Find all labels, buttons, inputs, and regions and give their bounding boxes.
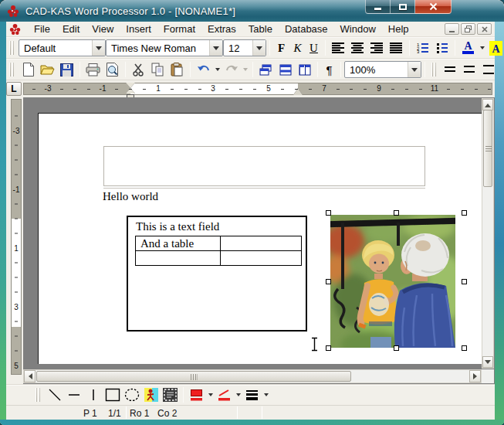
text-field-label[interactable]: This is a text field (136, 220, 219, 233)
print-preview-button[interactable] (103, 60, 122, 79)
scroll-down-button[interactable] (482, 356, 493, 368)
inserted-photo[interactable] (330, 215, 455, 348)
tile-horizontal-button[interactable] (276, 60, 295, 79)
mdi-minimize-button[interactable] (445, 23, 459, 35)
bullet-list-button[interactable] (432, 39, 452, 57)
style-combobox[interactable]: Default (19, 39, 106, 56)
draw-rectangle-button[interactable] (103, 386, 122, 404)
save-button[interactable] (57, 60, 76, 79)
font-size-dropdown-arrow[interactable] (252, 40, 266, 56)
bold-button[interactable]: F (273, 39, 289, 57)
vertical-scrollbar[interactable] (482, 98, 494, 369)
menu-view[interactable]: View (86, 22, 120, 36)
cut-button[interactable] (129, 60, 148, 79)
horizontal-ruler[interactable]: -3-11357911 (23, 83, 492, 95)
vertical-ruler[interactable]: -3-1135 (11, 99, 22, 375)
resize-handle-n[interactable] (394, 210, 399, 216)
highlight-color-button[interactable]: A (486, 39, 504, 57)
tile-vertical-button[interactable] (295, 60, 314, 79)
cascade-windows-button[interactable] (256, 60, 276, 79)
horizontal-scroll-thumb[interactable] (36, 371, 351, 382)
indent-marker[interactable] (125, 83, 136, 99)
insert-text-frame-button[interactable] (161, 386, 180, 404)
table-cell[interactable] (220, 236, 301, 251)
menu-edit[interactable]: Edit (56, 22, 86, 36)
align-left-button[interactable] (329, 39, 348, 57)
redo-dropdown[interactable] (241, 60, 249, 79)
toolbar-grip[interactable] (9, 63, 14, 76)
undo-button[interactable] (194, 60, 213, 79)
font-color-button[interactable]: A (458, 39, 478, 57)
open-file-button[interactable] (38, 60, 57, 79)
empty-paragraph-frame[interactable] (103, 146, 425, 186)
resize-handle-s[interactable] (394, 345, 399, 351)
numbered-list-button[interactable]: 123 (413, 39, 432, 57)
align-center-button[interactable] (348, 39, 367, 57)
print-button[interactable] (83, 60, 103, 79)
mdi-close-button[interactable] (477, 23, 492, 35)
line-spacing-1-button[interactable] (441, 60, 460, 79)
menu-window[interactable]: Window (334, 22, 382, 36)
font-combobox[interactable]: Times New Roman (106, 39, 223, 56)
fill-color-button[interactable] (187, 386, 206, 404)
line-color-button[interactable] (215, 386, 234, 404)
zoom-dropdown-arrow[interactable] (408, 62, 421, 77)
zoom-combobox[interactable]: 100% (344, 61, 421, 78)
align-right-button[interactable] (367, 39, 387, 57)
draw-line-button[interactable] (45, 386, 64, 404)
resize-handle-sw[interactable] (326, 345, 331, 351)
new-document-button[interactable] (19, 60, 38, 79)
scroll-up-button[interactable] (482, 99, 493, 110)
table-cell[interactable] (220, 251, 301, 266)
undo-dropdown[interactable] (213, 60, 222, 79)
insert-clipart-button[interactable] (141, 386, 161, 404)
justify-button[interactable] (387, 39, 406, 57)
draw-horizontal-line-button[interactable] (64, 386, 83, 404)
font-size-combobox[interactable]: 12 (223, 39, 266, 56)
draw-ellipse-button[interactable] (122, 386, 141, 404)
scroll-right-button[interactable] (469, 370, 481, 382)
line-color-dropdown[interactable] (234, 386, 242, 404)
font-color-dropdown[interactable] (478, 39, 486, 57)
italic-button[interactable]: K (289, 39, 306, 57)
paste-button[interactable] (167, 60, 187, 79)
menu-help[interactable]: Help (382, 22, 415, 36)
menu-file[interactable]: File (28, 22, 56, 36)
style-dropdown-arrow[interactable] (92, 40, 105, 56)
toolbar-grip[interactable] (36, 388, 40, 402)
menu-database[interactable]: Database (279, 22, 334, 36)
minimize-button[interactable] (365, 0, 391, 14)
menu-insert[interactable]: Insert (120, 22, 157, 36)
redo-button[interactable] (222, 60, 241, 79)
text-field-frame[interactable]: This is a text field And a table (127, 216, 307, 332)
resize-handle-nw[interactable] (326, 210, 331, 216)
document-page[interactable]: Hello world This is a text field And a t… (38, 113, 482, 364)
table-cell[interactable]: And a table (136, 236, 221, 251)
resize-handle-w[interactable] (326, 279, 331, 284)
menu-format[interactable]: Format (157, 22, 201, 36)
vertical-scroll-thumb[interactable] (483, 110, 492, 187)
toolbar-grip[interactable] (431, 63, 436, 76)
underline-button[interactable]: U (306, 39, 322, 57)
menu-table[interactable]: Table (242, 22, 279, 36)
resize-handle-ne[interactable] (462, 210, 467, 216)
resize-handle-e[interactable] (462, 279, 467, 284)
toolbar-grip[interactable] (9, 41, 14, 55)
title-bar[interactable]: CAD-KAS Word Processor 1.0 - [NONAME1*] (0, 0, 504, 22)
close-button[interactable] (415, 0, 452, 14)
copy-button[interactable] (148, 60, 167, 79)
resize-handle-se[interactable] (462, 345, 467, 351)
line-spacing-15-button[interactable] (460, 60, 479, 79)
line-spacing-2-button[interactable] (479, 60, 499, 79)
show-paragraph-marks-button[interactable]: ¶ (321, 60, 337, 79)
font-dropdown-arrow[interactable] (209, 40, 222, 56)
maximize-button[interactable] (391, 0, 415, 14)
line-width-button[interactable] (242, 386, 262, 404)
draw-vertical-line-button[interactable] (83, 386, 103, 404)
fill-color-dropdown[interactable] (206, 386, 215, 404)
menu-extras[interactable]: Extras (201, 22, 242, 36)
scroll-left-button[interactable] (24, 370, 36, 382)
document-heading-text[interactable]: Hello world (103, 190, 158, 203)
mdi-restore-button[interactable] (461, 23, 475, 35)
tab-stop-selector[interactable]: L (6, 82, 22, 96)
